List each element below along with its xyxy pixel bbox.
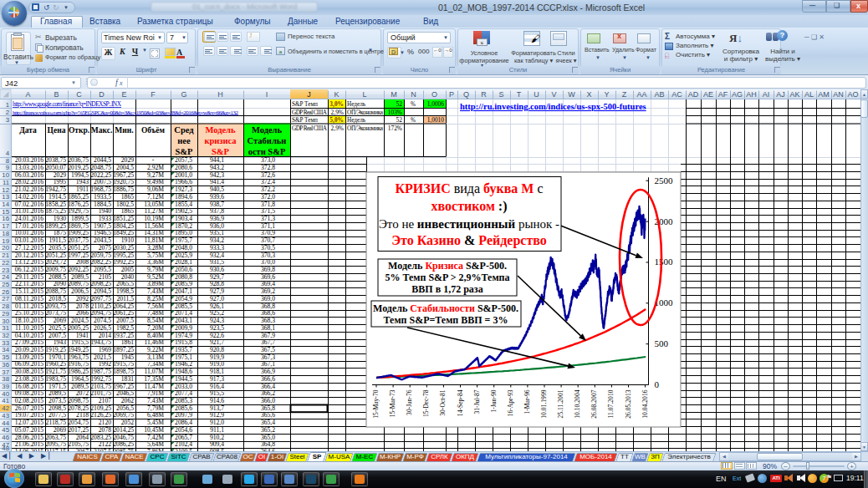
svg-text:366,4: 366,4 <box>261 383 275 390</box>
svg-text:10.01.2016: 10.01.2016 <box>15 229 43 236</box>
svg-text:03.01.2016: 03.01.2016 <box>15 236 43 244</box>
svg-text:09.08.2015: 09.08.2015 <box>15 389 43 397</box>
svg-text:1987,75: 1987,75 <box>90 368 111 375</box>
svg-text:14.02.2016: 14.02.2016 <box>15 193 43 201</box>
svg-text:15-Mar-73: 15-Mar-73 <box>389 389 396 417</box>
svg-text:21.06.2015: 21.06.2015 <box>15 440 43 448</box>
svg-text:10: 10 <box>2 171 9 179</box>
svg-text:0: 0 <box>655 379 660 389</box>
svg-text:C: C <box>76 90 82 99</box>
svg-text:5% Темп S&P > 2,9%Темпа: 5% Темп S&P > 2,9%Темпа <box>385 272 509 283</box>
svg-text:2105: 2105 <box>99 273 111 281</box>
svg-text:22: 22 <box>2 259 9 267</box>
svg-text:3: 3 <box>6 116 9 124</box>
svg-text:S&P Темп: S&P Темп <box>292 117 318 124</box>
svg-text:1994,5: 1994,5 <box>71 171 89 179</box>
svg-text:2077,5: 2077,5 <box>49 411 66 419</box>
svg-text:2061,25: 2061,25 <box>113 309 134 317</box>
svg-text:365,8: 365,8 <box>261 404 275 412</box>
svg-text:2007,5: 2007,5 <box>49 332 66 339</box>
svg-text:2005,25: 2005,25 <box>68 324 89 332</box>
svg-text:2075: 2075 <box>99 244 111 252</box>
svg-text:372,4: 372,4 <box>261 178 275 186</box>
svg-text:2025,9: 2025,9 <box>175 252 192 259</box>
svg-text:AE: AE <box>703 90 713 99</box>
svg-text:28.02.2016: 28.02.2016 <box>15 178 43 186</box>
svg-text:2109,25: 2109,25 <box>90 404 111 412</box>
svg-text:1865,25: 1865,25 <box>68 193 89 201</box>
svg-text:371,1: 371,1 <box>261 222 275 230</box>
svg-text:2043,5: 2043,5 <box>94 236 111 244</box>
svg-text:2072: 2072 <box>76 389 89 397</box>
svg-text:2069: 2069 <box>54 426 66 434</box>
svg-text:1855,4: 1855,4 <box>175 201 192 208</box>
svg-text:365,2: 365,2 <box>261 426 275 434</box>
svg-text:N: N <box>411 90 416 99</box>
svg-text:927,9: 927,9 <box>210 287 224 295</box>
svg-text:3,89M: 3,89M <box>147 280 164 287</box>
svg-text:2043,1: 2043,1 <box>175 317 192 324</box>
svg-text:%: % <box>411 117 416 124</box>
svg-text:хвостиком :): хвостиком :) <box>431 199 508 214</box>
svg-text:КРИЗИС вида буква М с: КРИЗИС вида буква М с <box>395 181 543 196</box>
svg-text:24: 24 <box>2 273 9 281</box>
svg-text:2026,5: 2026,5 <box>94 324 111 332</box>
svg-text:10.01.1999: 10.01.1999 <box>540 389 548 418</box>
svg-text:2007,5: 2007,5 <box>116 317 134 324</box>
svg-text:20.03.2016: 20.03.2016 <box>15 156 43 164</box>
svg-text:2083,25: 2083,25 <box>90 434 111 441</box>
svg-text:2088,75: 2088,75 <box>45 287 66 295</box>
svg-text:2069,75: 2069,75 <box>113 411 134 419</box>
svg-text:1943: 1943 <box>76 178 89 186</box>
svg-text:1899,5: 1899,5 <box>71 215 89 222</box>
svg-text:2086,25: 2086,25 <box>113 440 134 448</box>
svg-text:10,45M: 10,45M <box>144 426 164 434</box>
svg-text:5,64M: 5,64M <box>147 440 164 448</box>
svg-text:2064,25: 2064,25 <box>113 302 134 310</box>
svg-text:2022,25: 2022,25 <box>90 171 111 179</box>
svg-text:366,0: 366,0 <box>261 397 275 404</box>
svg-text:1: 1 <box>6 101 9 109</box>
svg-text:GDP Real США: GDP Real США <box>292 109 328 116</box>
svg-text:1970,1: 1970,1 <box>49 353 66 361</box>
svg-text:2093,75: 2093,75 <box>45 302 66 310</box>
svg-text:369,6: 369,6 <box>261 273 275 281</box>
svg-text:P: P <box>449 90 454 99</box>
svg-text:937,8: 937,8 <box>210 207 224 215</box>
svg-text:15-May-70: 15-May-70 <box>372 389 380 418</box>
svg-text:2073,5: 2073,5 <box>49 397 66 404</box>
svg-text:1875,25: 1875,25 <box>45 207 66 215</box>
svg-text:2500: 2500 <box>655 175 674 186</box>
svg-text:936,0: 936,0 <box>210 222 224 230</box>
svg-text:370,0: 370,0 <box>261 258 275 266</box>
svg-text:367,9: 367,9 <box>261 332 275 339</box>
svg-text:916,4: 916,4 <box>210 383 224 390</box>
svg-text:1946,5: 1946,5 <box>94 229 111 236</box>
svg-text:30.08.2015: 30.08.2015 <box>15 368 43 375</box>
svg-text:103%: 103% <box>388 109 402 116</box>
svg-text:1870,2: 1870,2 <box>175 222 192 230</box>
svg-text:18: 18 <box>2 230 9 237</box>
svg-text:30-Oct-81: 30-Oct-81 <box>439 389 447 415</box>
svg-text:Темп S&P=Темп ВВП = 3%: Темп S&P=Темп ВВП = 3% <box>384 314 508 326</box>
svg-text:8,25M: 8,25M <box>147 295 164 302</box>
svg-text:1992,25: 1992,25 <box>113 258 134 266</box>
svg-text:1941: 1941 <box>76 332 89 339</box>
svg-text:1933: 1933 <box>99 215 111 222</box>
svg-text:1949,25: 1949,25 <box>68 346 89 353</box>
svg-text:912,0: 912,0 <box>210 419 224 426</box>
svg-text:367,5: 367,5 <box>261 346 275 353</box>
svg-text:928,8: 928,8 <box>210 280 224 287</box>
svg-text:2065,7: 2065,7 <box>175 434 192 441</box>
svg-text:2089,5: 2089,5 <box>71 383 89 390</box>
svg-text:8,40M: 8,40M <box>147 332 164 339</box>
svg-text:1967,25: 1967,25 <box>113 383 134 390</box>
svg-text:2,9%: 2,9% <box>331 109 344 116</box>
svg-text:1911,5: 1911,5 <box>49 236 66 244</box>
svg-text:2120: 2120 <box>99 419 111 426</box>
svg-text:01.11.2015: 01.11.2015 <box>15 302 43 310</box>
svg-text:3,28M: 3,28M <box>147 244 164 252</box>
svg-text:ОП/Экономика: ОП/Экономика <box>347 125 384 132</box>
svg-text:1975,7: 1975,7 <box>175 236 192 244</box>
svg-text:Это не инвестиционный рынок -: Это не инвестиционный рынок - <box>379 217 559 231</box>
